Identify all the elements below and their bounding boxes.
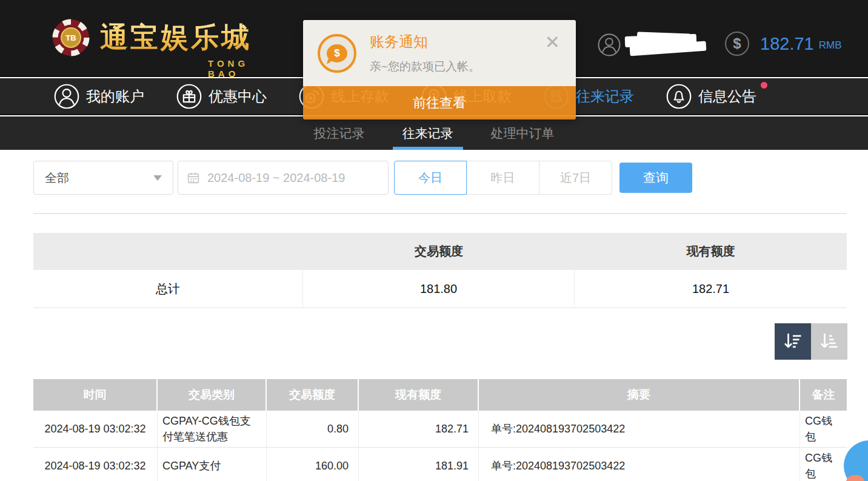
sort-controls (775, 323, 847, 360)
sort-ascending-icon (818, 331, 840, 352)
last7days-button[interactable]: 近7日 (539, 161, 612, 195)
transaction-table: 时间 交易类别 交易额度 现有额度 摘要 备注 2024-08-19 03:02… (33, 379, 847, 481)
type-filter-select[interactable]: 全部 (33, 161, 173, 195)
sort-descending-icon (782, 331, 804, 352)
summary-total-balance: 182.71 (575, 270, 847, 308)
chip-label: TB (65, 33, 76, 42)
cell-balance: 182.71 (359, 411, 479, 447)
money-message-icon: $ (318, 34, 356, 73)
cell-type: CGPAY支付 (158, 448, 267, 481)
gift-icon (176, 83, 202, 110)
col-header-amount: 交易额度 (267, 379, 359, 411)
cell-type: CGPAY-CG钱包支付笔笔送优惠 (158, 411, 267, 447)
casino-chip-icon: TB (52, 18, 90, 57)
cell-amount: 160.00 (267, 448, 359, 481)
col-header-note: 备注 (800, 379, 847, 411)
redacted-username: ~ 5 (625, 32, 710, 58)
close-icon[interactable]: ✕ (545, 33, 560, 52)
brand-logo[interactable]: TB 通宝娱乐城 TONG BAO (52, 18, 252, 57)
go-to-view-button[interactable]: 前往查看 (303, 86, 576, 119)
balance-amount: 182.71 (760, 34, 814, 54)
summary-total-row: 总计 181.80 182.71 (33, 270, 847, 308)
cell-time: 2024-08-19 03:02:32 (33, 411, 158, 447)
nav-item-announcements[interactable]: 信息公告 (666, 83, 756, 110)
notification-badge-dot (761, 82, 767, 89)
page: TB 通宝娱乐城 TONG BAO ~ 5 $ 182.71 RMB (0, 0, 868, 481)
notification-body: $ 账务通知 亲~您的款项已入帐。 ✕ (303, 20, 576, 86)
table-row: 2024-08-19 03:02:32 CGPAY-CG钱包支付笔笔送优惠 0.… (33, 411, 847, 448)
summary-table: 交易额度 现有额度 总计 181.80 182.71 (33, 233, 847, 308)
dollar-icon: $ (725, 32, 749, 56)
summary-header-transaction: 交易额度 (303, 233, 575, 270)
type-filter-value: 全部 (45, 170, 153, 186)
cell-amount: 0.80 (267, 411, 359, 447)
cell-time: 2024-08-19 03:02:32 (33, 448, 158, 481)
yesterday-button[interactable]: 昨日 (467, 161, 539, 195)
cell-balance: 181.91 (359, 448, 479, 481)
table-row: 2024-08-19 03:02:32 CGPAY支付 160.00 181.9… (33, 448, 847, 481)
cell-note: CG钱包 (800, 448, 847, 481)
date-range-input[interactable]: 2024-08-19 ~ 2024-08-19 (178, 161, 389, 195)
account-icon (53, 83, 80, 110)
tab-processing-orders[interactable]: 处理中订单 (486, 116, 559, 150)
col-header-type: 交易类别 (158, 379, 267, 411)
bell-icon (666, 83, 692, 110)
user-icon (597, 33, 621, 57)
col-header-summary: 摘要 (479, 379, 800, 411)
date-range-value: 2024-08-19 ~ 2024-08-19 (207, 171, 345, 185)
summary-total-label: 总计 (33, 270, 303, 308)
nav-item-promotions[interactable]: 优惠中心 (176, 83, 267, 110)
user-account-area[interactable]: ~ 5 (597, 32, 710, 58)
record-tabs: 投注记录 往来记录 处理中订单 (0, 116, 868, 150)
cell-summary: 单号:202408193702503422 (479, 448, 800, 481)
brand-name-en: TONG BAO (208, 58, 252, 79)
sort-descending-button[interactable] (775, 323, 811, 360)
transaction-table-header: 时间 交易类别 交易额度 现有额度 摘要 备注 (33, 379, 847, 411)
cell-summary: 单号:202408193702503422 (479, 411, 800, 447)
calendar-icon (187, 171, 200, 184)
summary-header-empty (33, 233, 303, 270)
account-notification-popup: $ 账务通知 亲~您的款项已入帐。 ✕ 前往查看 (303, 20, 576, 119)
summary-total-transaction: 181.80 (303, 270, 575, 308)
sort-ascending-button[interactable] (811, 323, 847, 360)
active-tab-underline (393, 147, 463, 150)
notification-message: 亲~您的款项已入帐。 (370, 59, 480, 75)
nav-item-my-account[interactable]: 我的账户 (53, 83, 144, 110)
tab-betting-records[interactable]: 投注记录 (309, 116, 370, 150)
section-divider (33, 213, 847, 214)
cell-note: CG钱包 (800, 411, 847, 447)
today-button[interactable]: 今日 (394, 161, 467, 195)
chevron-down-icon (153, 175, 162, 181)
balance-area[interactable]: $ 182.71 RMB (725, 32, 841, 56)
query-button[interactable]: 查询 (619, 163, 692, 193)
brand-name-cn: 通宝娱乐城 (100, 19, 252, 56)
summary-header-balance: 现有额度 (575, 233, 847, 270)
tab-transaction-records[interactable]: 往来记录 (398, 116, 458, 150)
col-header-time: 时间 (33, 379, 158, 411)
quick-date-buttons: 今日 昨日 近7日 (394, 161, 612, 195)
balance-currency: RMB (819, 39, 842, 52)
notification-title: 账务通知 (370, 32, 480, 52)
col-header-balance: 现有额度 (359, 379, 479, 411)
